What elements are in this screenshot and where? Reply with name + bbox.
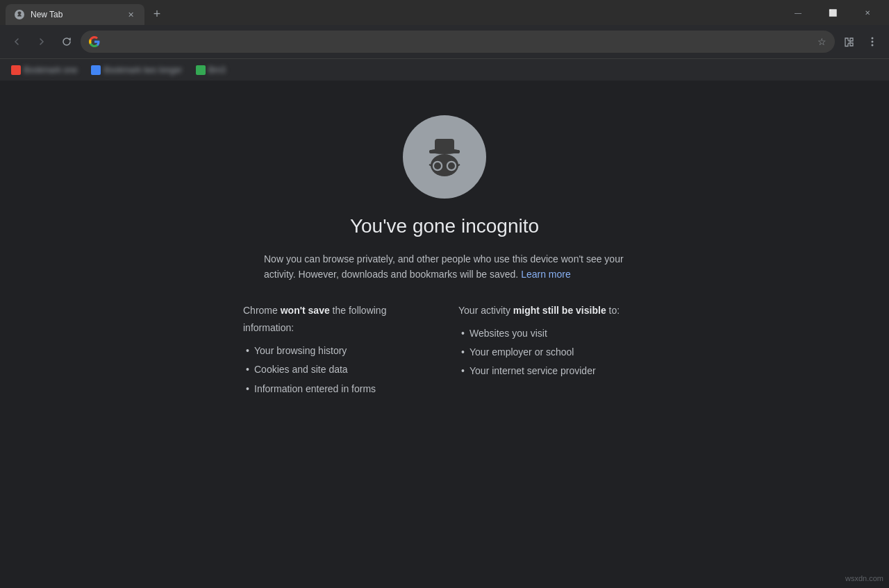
tab-close-button[interactable]: ✕ <box>125 9 136 20</box>
back-button[interactable] <box>6 31 28 53</box>
incognito-spy-icon <box>417 129 472 185</box>
wont-save-list: Your browsing history Cookies and site d… <box>243 342 431 398</box>
incognito-icon-wrapper <box>403 115 486 199</box>
bookmark-item-1[interactable]: Bookmark one <box>6 62 83 78</box>
svg-point-5 <box>872 44 874 47</box>
svg-point-1 <box>18 15 19 17</box>
svg-point-13 <box>448 162 455 169</box>
reload-button[interactable] <box>56 31 78 53</box>
incognito-title: You've gone incognito <box>350 215 539 237</box>
address-bar[interactable]: ☆ <box>81 31 835 53</box>
might-visible-item-2: Your employer or school <box>458 344 646 361</box>
content-area: You've gone incognito Now you can browse… <box>0 81 889 588</box>
watermark: wsxdn.com <box>845 574 883 582</box>
back-icon <box>11 36 22 47</box>
bookmark-label-1: Bookmark one <box>24 65 77 75</box>
toolbar-buttons <box>838 31 883 53</box>
forward-icon <box>36 36 47 47</box>
new-tab-button[interactable]: + <box>147 4 167 24</box>
wont-save-item-2: Cookies and site data <box>243 361 431 378</box>
address-input[interactable] <box>106 36 812 47</box>
wont-save-item-1: Your browsing history <box>243 342 431 360</box>
might-visible-item-3: Your internet service provider <box>458 362 646 380</box>
tab-strip: New Tab ✕ + <box>6 0 782 25</box>
svg-point-3 <box>872 37 874 40</box>
might-visible-title: Your activity might still be visible to: <box>458 302 646 319</box>
bookmark-favicon-3 <box>196 65 206 75</box>
navigation-bar: ☆ <box>0 25 889 58</box>
menu-button[interactable] <box>861 31 883 53</box>
bookmarks-bar: Bookmark one Bookmark two longer Bm3 <box>0 58 889 81</box>
svg-point-12 <box>434 162 441 169</box>
maximize-button[interactable]: ⬜ <box>817 3 849 22</box>
wont-save-bold: won't save <box>281 305 330 316</box>
bookmark-star-icon[interactable]: ☆ <box>817 36 826 47</box>
title-bar: New Tab ✕ + — ⬜ ✕ <box>0 0 889 25</box>
window-controls: — ⬜ ✕ <box>782 3 883 25</box>
might-visible-bold: might still be visible <box>513 305 606 316</box>
minimize-button[interactable]: — <box>782 3 814 22</box>
bookmark-label-3: Bm3 <box>208 65 226 75</box>
svg-point-2 <box>20 15 22 17</box>
svg-point-4 <box>872 41 874 43</box>
wont-save-column: Chrome won't save the following informat… <box>243 302 431 399</box>
extensions-icon <box>842 35 855 48</box>
chrome-frame: New Tab ✕ + — ⬜ ✕ <box>0 0 889 588</box>
google-icon <box>89 36 100 47</box>
tab-favicon-icon <box>14 9 25 20</box>
learn-more-link[interactable]: Learn more <box>521 269 571 280</box>
might-visible-list: Websites you visit Your employer or scho… <box>458 325 646 380</box>
svg-rect-8 <box>429 150 460 153</box>
incognito-description: Now you can browse privately, and other … <box>264 251 625 283</box>
reload-icon <box>61 36 72 47</box>
active-tab[interactable]: New Tab ✕ <box>6 4 144 25</box>
bookmark-item-2[interactable]: Bookmark two longer <box>85 62 188 78</box>
wont-save-item-3: Information entered in forms <box>243 380 431 398</box>
close-button[interactable]: ✕ <box>851 3 883 22</box>
bookmark-item-3[interactable]: Bm3 <box>190 62 231 78</box>
might-visible-item-1: Websites you visit <box>458 325 646 342</box>
extensions-button[interactable] <box>838 31 860 53</box>
might-visible-column: Your activity might still be visible to:… <box>458 302 646 399</box>
more-icon <box>866 35 879 48</box>
forward-button[interactable] <box>31 31 53 53</box>
wont-save-title: Chrome won't save the following informat… <box>243 302 431 337</box>
bookmark-favicon-1 <box>11 65 21 75</box>
tab-title: New Tab <box>31 10 119 19</box>
bookmark-favicon-2 <box>91 65 101 75</box>
bookmark-label-2: Bookmark two longer <box>103 65 182 75</box>
info-columns: Chrome won't save the following informat… <box>243 302 646 399</box>
